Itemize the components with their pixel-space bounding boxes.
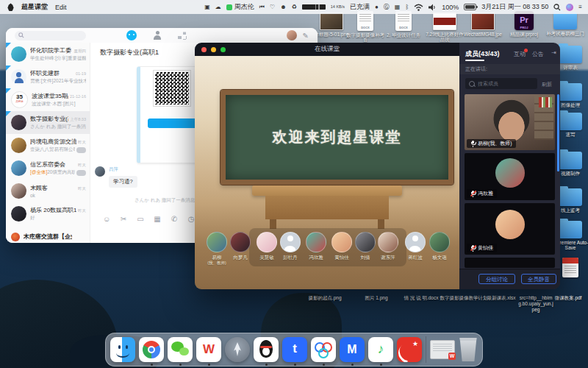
- panel-scrollbar[interactable]: [557, 94, 559, 171]
- chat-list-item[interactable]: 木疙瘩交流群【企业】: [6, 225, 90, 243]
- pdf-file-icon: [562, 258, 578, 277]
- camera-status-icon[interactable]: ▣: [204, 4, 210, 10]
- desktop-icon-label[interactable]: 图片 1.png: [359, 295, 394, 301]
- siri-icon[interactable]: [566, 4, 573, 11]
- launchpad-dock-icon[interactable]: [225, 337, 250, 362]
- heart-icon[interactable]: ♡: [270, 4, 275, 10]
- capture-icon[interactable]: ▦: [153, 215, 162, 223]
- collapse-panel-icon[interactable]: ⇥: [551, 49, 556, 56]
- participant[interactable]: 向梦凡: [228, 232, 253, 261]
- bluetooth-icon[interactable]: ᛒ: [405, 4, 409, 10]
- folder-label: 补考试卷易柳三门: [545, 31, 585, 36]
- apps-tab-icon[interactable]: [178, 31, 187, 40]
- folder-icon: [559, 152, 582, 169]
- group-avatar: [11, 46, 26, 62]
- emoji-icon[interactable]: ☺: [102, 215, 111, 223]
- desktop-icon[interactable]: DOCX 2. 毕业设计任务: [384, 11, 423, 38]
- chat-list-item[interactable]: 信艺系宿委会昨天 [@全体]20级室内高职二班…: [6, 157, 90, 180]
- participant[interactable]: 吴慧敏: [254, 232, 279, 261]
- sync-icon[interactable]: ♻: [292, 4, 297, 10]
- wps-office-dock-icon[interactable]: W: [196, 337, 221, 362]
- chat-list-item[interactable]: 35品牌班 波波课堂35期品牌班21-12-16 波波课堂·木西:[图片]: [6, 88, 90, 111]
- participant[interactable]: 易柳 (我、教师): [204, 232, 229, 266]
- contacts-tab-icon[interactable]: [153, 31, 162, 40]
- image-file-icon: [320, 13, 343, 30]
- messages-tab-icon[interactable]: [126, 30, 137, 40]
- compose-icon[interactable]: ✎: [303, 32, 309, 40]
- desktop-icon-label[interactable]: 微课教案.pdf: [551, 295, 586, 301]
- qq-music-dock-icon[interactable]: ♪: [368, 337, 393, 362]
- member-search-input[interactable]: 搜索成员: [465, 78, 537, 89]
- participant-avatar: [306, 232, 326, 252]
- qq-dock-icon[interactable]: [254, 337, 279, 362]
- chat-list-item-selected[interactable]: 数字摄影专业(高职1上午8:33 さんか れあ 撤回了一条消息: [6, 111, 90, 134]
- video-tile[interactable]: 冯欣雅: [465, 153, 555, 200]
- participant[interactable]: 彭牡丹: [278, 232, 303, 261]
- trash-dock-icon[interactable]: [459, 338, 478, 361]
- user-status-icon[interactable]: ☻: [280, 4, 286, 10]
- spotlight-search-icon[interactable]: [553, 4, 561, 11]
- desktop-icon-label[interactable]: src=http__hbimg.b0.upaiy_yun.jpeg: [517, 295, 554, 312]
- call-icon[interactable]: ✆: [170, 215, 179, 223]
- notification-status-icon[interactable]: ●: [375, 4, 379, 10]
- video-tile-partial[interactable]: [465, 258, 555, 268]
- refresh-link[interactable]: 刷新: [542, 81, 552, 88]
- desktop-icon[interactable]: 7.29线上比赛好作品设: [425, 13, 465, 43]
- file-icon[interactable]: ▭: [136, 215, 145, 223]
- now-playing-bar[interactable]: [302, 4, 326, 10]
- wifi-icon[interactable]: [414, 4, 423, 11]
- menu-bar-clock[interactable]: 3月21日 周一 08 33 50: [481, 2, 548, 12]
- desktop-icon-label[interactable]: 最新课表.xlsx: [484, 295, 519, 301]
- chat-message: 吕萍 学习通?: [95, 166, 137, 188]
- volume-icon[interactable]: [429, 4, 437, 11]
- chaoxing-dock-icon[interactable]: ★: [397, 337, 422, 362]
- tencent-meeting-dock-icon[interactable]: M: [340, 337, 365, 362]
- screenshot-icon[interactable]: ✂: [119, 215, 128, 223]
- desktop-icon[interactable]: PrPROJ 精品课.prproj: [504, 11, 544, 37]
- chat-list-item[interactable]: 杨乐 20数媒高职1昨天 好: [6, 202, 90, 225]
- video-tile[interactable]: 黄怡佳: [465, 203, 555, 255]
- edit-menu[interactable]: Edit: [55, 4, 67, 11]
- minimized-window-thumbnail[interactable]: W: [430, 340, 455, 359]
- chat-list-item[interactable]: 跨境电商货源交流群昨天 壹柒八八贸易有限公司: 求…: [6, 134, 90, 157]
- participant[interactable]: 刘倩: [353, 232, 378, 261]
- participant[interactable]: 黄怡佳: [329, 232, 354, 261]
- tab-members[interactable]: 成员(43/43): [465, 49, 500, 59]
- mute-all-button[interactable]: 全员静音: [521, 274, 556, 284]
- desktop-icon[interactable]: 补考试卷易柳三门: [545, 12, 585, 36]
- chat-search-input[interactable]: [15, 31, 86, 40]
- rings-app-dock-icon[interactable]: [311, 337, 336, 362]
- chat-list-item[interactable]: 怀化职院学工委星期四 学生处钟峰:[分享]重要提醒!…: [6, 43, 90, 66]
- chat-list-item[interactable]: 怀职党建群01-19 贾懋:[文件]2021年专业技术人…: [6, 66, 90, 88]
- chrome-dock-icon[interactable]: [139, 337, 164, 362]
- chat-window-header: ✎: [6, 28, 318, 43]
- desktop-icon[interactable]: DOCX 数字摄影摄像补考B: [345, 11, 385, 43]
- participant[interactable]: 蒋红波: [403, 232, 428, 261]
- finder-dock-icon[interactable]: [110, 337, 135, 362]
- file-label: 7.29线上比赛好作品设: [425, 32, 465, 43]
- participant[interactable]: 冯欣雅: [304, 232, 329, 261]
- video-tile-teacher[interactable]: 易柳(我、教师): [465, 94, 555, 150]
- user-avatar[interactable]: [287, 30, 297, 40]
- desktop-icon-label[interactable]: 数字摄影摄像教学计划: [439, 295, 489, 301]
- sender-avatar[interactable]: [95, 166, 105, 177]
- desktop-icon[interactable]: WechatIMG48.jpe: [463, 13, 503, 37]
- desktop-icon-label[interactable]: 情 况 说 明.docx: [404, 295, 439, 301]
- wechat-dock-icon[interactable]: [168, 337, 193, 362]
- control-center-icon[interactable]: ≡: [578, 4, 582, 10]
- participant[interactable]: 杨文谣: [427, 232, 452, 261]
- desktop-icon-label[interactable]: 摄影的起点.png: [307, 295, 343, 301]
- participant[interactable]: 谢东萍: [376, 232, 401, 261]
- battery-icon[interactable]: [464, 4, 476, 10]
- group-discussion-button[interactable]: 分组讨论: [478, 274, 515, 284]
- logged-in-user[interactable]: 周杰伦: [226, 2, 254, 12]
- g-app-status-icon[interactable]: Ⓖ: [384, 4, 390, 10]
- prev-track-icon[interactable]: ⏮: [259, 4, 265, 10]
- active-app-name[interactable]: 超星课堂: [21, 2, 48, 12]
- apple-menu-icon[interactable]: [7, 3, 14, 11]
- chat-list-item[interactable]: 末顾客昨天 ok: [6, 180, 90, 202]
- input-method-icon[interactable]: ▦: [395, 4, 401, 10]
- tencent-docs-dock-icon[interactable]: t: [282, 337, 307, 362]
- tab-announcement[interactable]: 公告: [532, 50, 544, 58]
- cloud-status-icon[interactable]: ☁: [215, 4, 221, 10]
